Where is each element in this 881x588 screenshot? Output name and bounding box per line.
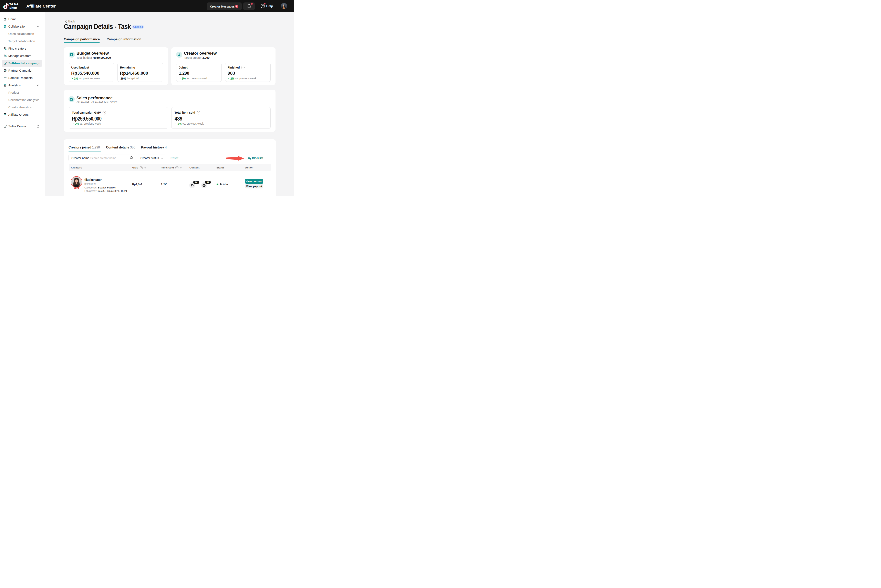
svg-text:LIVE: LIVE — [203, 185, 205, 186]
